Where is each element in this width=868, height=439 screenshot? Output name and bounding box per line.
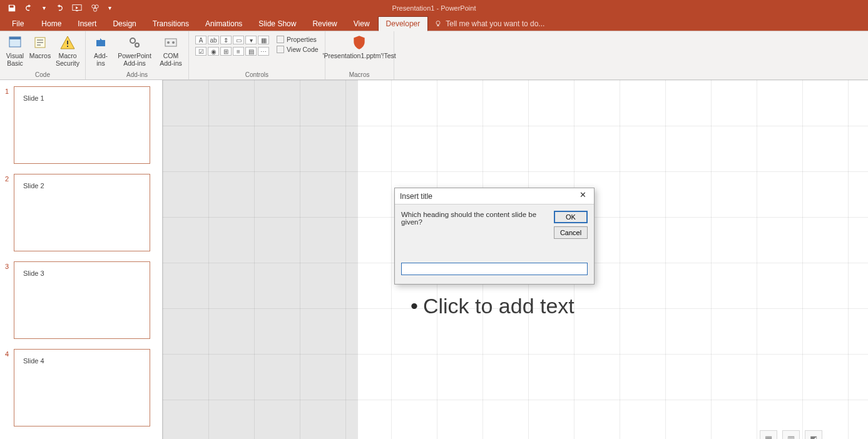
insert-chart-icon[interactable]: ▥ bbox=[782, 430, 800, 439]
touch-mouse-mode-icon[interactable] bbox=[91, 4, 100, 13]
addins-label: Add-ins bbox=[90, 53, 111, 67]
group-macros: 'Presentation1.pptm'!Test Macros bbox=[325, 31, 394, 79]
slide-thumbnail-panel[interactable]: 1 Slide 1 2 Slide 2 3 Slide 3 4 Slide 4 bbox=[0, 80, 163, 439]
svg-point-2 bbox=[95, 4, 98, 8]
insert-smartart-icon[interactable]: ◩ bbox=[805, 430, 822, 439]
view-code-icon bbox=[277, 46, 284, 53]
thumbnail-title: Slide 1 bbox=[23, 94, 44, 102]
content-placeholder-text: Click to add text bbox=[423, 294, 574, 318]
control-frame-icon[interactable]: ▦ bbox=[258, 36, 269, 44]
svg-point-14 bbox=[172, 41, 175, 44]
tab-animations[interactable]: Animations bbox=[197, 16, 250, 31]
dialog-title-bar[interactable]: Insert title ✕ bbox=[395, 188, 594, 204]
slide-thumbnail[interactable]: 1 Slide 1 bbox=[5, 86, 162, 164]
slide-thumbnail[interactable]: 4 Slide 4 bbox=[5, 349, 162, 426]
save-icon[interactable] bbox=[8, 4, 16, 13]
group-addins-label: Add-ins bbox=[86, 71, 188, 79]
tab-transitions[interactable]: Transitions bbox=[145, 16, 197, 31]
com-addins-button[interactable]: COM Add-ins bbox=[156, 34, 186, 67]
redo-icon[interactable] bbox=[54, 4, 63, 13]
thumbnail[interactable]: Slide 2 bbox=[14, 174, 150, 251]
undo-icon[interactable] bbox=[25, 4, 34, 13]
slide-edit-area[interactable]: •Click to add text ▦ ▥ ◩ ▭ ▭ ▭ Insert ti… bbox=[163, 80, 868, 439]
slide-number: 3 bbox=[5, 261, 14, 270]
controls-commands: Properties View Code bbox=[273, 34, 322, 55]
dialog-message: Which heading should the content slide b… bbox=[401, 211, 554, 226]
group-code: Visual Basic Macros Macro Security Code bbox=[0, 31, 86, 79]
controls-gallery[interactable]: A ab ⇕ ▭ ▾ ▦ ☑ ◉ ⊞ ≡ ▤ ⋯ bbox=[191, 34, 273, 58]
group-addins: Add-ins PowerPoint Add-ins COM Add-ins A… bbox=[86, 31, 189, 79]
tab-design[interactable]: Design bbox=[105, 16, 144, 31]
macro-security-button[interactable]: Macro Security bbox=[53, 34, 83, 67]
visual-basic-label: Visual Basic bbox=[4, 53, 26, 67]
visual-basic-icon bbox=[6, 34, 24, 51]
shield-icon bbox=[350, 34, 368, 51]
visual-basic-button[interactable]: Visual Basic bbox=[3, 34, 28, 67]
run-macro-button[interactable]: 'Presentation1.pptm'!Test bbox=[328, 34, 391, 60]
view-code-button[interactable]: View Code bbox=[275, 45, 320, 54]
control-combo-icon[interactable]: ▾ bbox=[245, 36, 257, 44]
control-image-icon[interactable]: ▤ bbox=[245, 47, 257, 56]
warning-icon bbox=[59, 34, 76, 51]
lightbulb-icon bbox=[434, 20, 442, 28]
thumbnail[interactable]: Slide 3 bbox=[14, 261, 150, 339]
svg-rect-12 bbox=[165, 39, 176, 46]
svg-point-4 bbox=[436, 21, 440, 25]
thumbnail[interactable]: Slide 4 bbox=[14, 349, 150, 426]
tell-me-search[interactable]: Tell me what you want to do... bbox=[428, 17, 551, 31]
thumbnail[interactable]: Slide 1 bbox=[14, 86, 150, 164]
close-icon[interactable]: ✕ bbox=[575, 190, 590, 203]
content-placeholder[interactable]: •Click to add text bbox=[411, 294, 868, 318]
control-more-icon[interactable]: ⋯ bbox=[258, 47, 269, 56]
tab-insert[interactable]: Insert bbox=[69, 16, 105, 31]
control-textbox-icon[interactable]: ab bbox=[208, 36, 219, 44]
tab-developer[interactable]: Developer bbox=[378, 16, 429, 31]
ribbon-tabs: File Home Insert Design Transitions Anim… bbox=[0, 16, 868, 31]
quick-access-toolbar: ▾ ▾ bbox=[0, 4, 111, 13]
dialog-input[interactable] bbox=[401, 263, 588, 275]
addins-icon bbox=[92, 34, 110, 51]
macros-button[interactable]: Macros bbox=[28, 34, 53, 60]
control-label-icon[interactable]: A bbox=[195, 36, 207, 44]
control-listbox-icon[interactable]: ▭ bbox=[233, 36, 244, 44]
thumbnail-title: Slide 2 bbox=[23, 182, 44, 189]
control-scrollbar-icon[interactable]: ≡ bbox=[233, 47, 244, 56]
tab-review[interactable]: Review bbox=[304, 16, 345, 31]
undo-dropdown-icon[interactable]: ▾ bbox=[43, 4, 46, 11]
gears-icon bbox=[126, 34, 143, 51]
bullet-icon: • bbox=[411, 294, 418, 318]
svg-point-3 bbox=[93, 8, 96, 11]
svg-point-13 bbox=[167, 41, 170, 44]
control-checkbox-icon[interactable]: ☑ bbox=[195, 47, 207, 56]
slide-number: 4 bbox=[5, 349, 14, 358]
view-code-label: View Code bbox=[287, 46, 319, 53]
powerpoint-addins-button[interactable]: PowerPoint Add-ins bbox=[113, 34, 156, 67]
svg-point-10 bbox=[130, 38, 135, 43]
group-code-label: Code bbox=[0, 71, 85, 79]
control-spin-icon[interactable]: ⇕ bbox=[220, 36, 232, 44]
macro-name-label: 'Presentation1.pptm'!Test bbox=[322, 53, 396, 60]
ok-button[interactable]: OK bbox=[554, 211, 588, 223]
ribbon: Visual Basic Macros Macro Security Code … bbox=[0, 31, 868, 80]
tab-home[interactable]: Home bbox=[33, 16, 69, 31]
window-title: Presentation1 - PowerPoint bbox=[392, 4, 476, 12]
slide-thumbnail[interactable]: 3 Slide 3 bbox=[5, 261, 162, 339]
tab-view[interactable]: View bbox=[345, 16, 378, 31]
tab-slideshow[interactable]: Slide Show bbox=[250, 16, 304, 31]
control-toggle-icon[interactable]: ⊞ bbox=[220, 47, 232, 56]
cancel-button[interactable]: Cancel bbox=[554, 226, 588, 239]
customize-qat-icon[interactable]: ▾ bbox=[108, 4, 111, 11]
group-controls-label: Controls bbox=[189, 71, 325, 79]
slide-number: 1 bbox=[5, 86, 14, 95]
control-option-icon[interactable]: ◉ bbox=[208, 47, 219, 56]
content-insert-icons: ▦ ▥ ◩ ▭ ▭ ▭ bbox=[760, 430, 822, 439]
svg-point-1 bbox=[92, 4, 95, 8]
insert-table-icon[interactable]: ▦ bbox=[760, 430, 777, 439]
start-from-beginning-icon[interactable] bbox=[72, 4, 82, 13]
tab-file[interactable]: File bbox=[6, 16, 33, 31]
properties-button[interactable]: Properties bbox=[275, 35, 320, 44]
addins-button[interactable]: Add-ins bbox=[88, 34, 113, 67]
slide-thumbnail[interactable]: 2 Slide 2 bbox=[5, 174, 162, 251]
properties-label: Properties bbox=[287, 36, 317, 43]
title-bar: ▾ ▾ Presentation1 - PowerPoint bbox=[0, 0, 868, 16]
